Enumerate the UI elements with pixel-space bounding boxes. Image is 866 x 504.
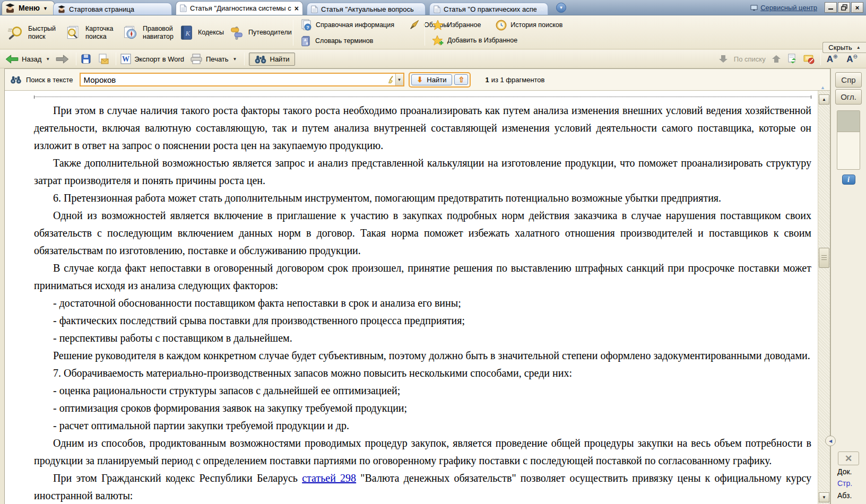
- button-label: Экспорт в Word: [134, 55, 184, 63]
- collapse-panel-button[interactable]: ◀: [825, 436, 836, 446]
- chevron-down-icon: ▼: [43, 6, 48, 11]
- main-toolbar: Быстрый поиск Карточка поиска Правовой н…: [0, 16, 866, 49]
- tab-start-page[interactable]: Стартовая страница: [53, 3, 172, 15]
- collapse-search-icon[interactable]: ▲: [820, 85, 825, 90]
- button-label: Быстрый поиск: [28, 25, 60, 41]
- document-map[interactable]: [837, 110, 860, 170]
- button-label: Назад: [22, 55, 41, 63]
- monitor-icon: [750, 5, 758, 11]
- button-label: Карточка поиска: [85, 25, 117, 41]
- svg-text:я: я: [306, 41, 308, 45]
- tab-article-aspects[interactable]: Статья "О практических аспектах с... ×: [429, 3, 548, 15]
- clear-search-button[interactable]: ▼: [387, 74, 403, 85]
- list-next-button[interactable]: [772, 55, 781, 63]
- service-center-link[interactable]: Сервисный центр: [750, 4, 817, 12]
- tab-label: Статья "Диагностика системы снаб...: [190, 4, 291, 12]
- button-label: Кодексы: [198, 29, 224, 37]
- menu-button[interactable]: Меню ▼: [2, 1, 55, 15]
- tab-label: Стартовая страница: [69, 5, 168, 13]
- search-history-button[interactable]: История поисков: [496, 20, 562, 31]
- help-button[interactable]: Спр: [835, 72, 862, 88]
- button-label: Избранное: [447, 21, 481, 29]
- add-favorite-button[interactable]: Добавить в Избранное: [432, 35, 517, 46]
- article-link[interactable]: статьей 298: [302, 472, 356, 484]
- clear-dropdown-arrow[interactable]: ▼: [395, 74, 403, 85]
- find-prev-button[interactable]: ⇧: [454, 74, 468, 85]
- button-label: Правовой навигатор: [143, 25, 175, 41]
- paragraph: Решение руководителя в каждом конкретном…: [34, 347, 811, 364]
- list-prev-button[interactable]: [718, 55, 728, 63]
- tab-close-icon[interactable]: ×: [540, 5, 544, 13]
- paragraph: При этом в случае наличия такого роста ф…: [34, 102, 811, 154]
- hide-panel-button[interactable]: Скрыть ▲: [822, 42, 866, 53]
- quick-search-button[interactable]: Быстрый поиск: [7, 25, 60, 41]
- button-label: Найти: [270, 55, 290, 63]
- toc-label: Огл.: [841, 92, 856, 101]
- paragraph-mode-label[interactable]: Абз.: [837, 491, 852, 500]
- paragraph: Одним из способов, продиктованным возмож…: [34, 435, 811, 470]
- scroll-up-button[interactable]: ▲: [819, 94, 829, 105]
- titlebar: Меню ▼ Стартовая страница Статья "Диагно…: [0, 0, 866, 15]
- search-input[interactable]: [81, 74, 387, 85]
- by-list-label: По списку: [734, 55, 766, 63]
- legal-navigator-button[interactable]: Правовой навигатор: [122, 25, 175, 41]
- info-button[interactable]: i: [842, 175, 855, 185]
- clock-icon: [496, 20, 507, 31]
- button-label: Словарь терминов: [315, 37, 373, 45]
- close-button[interactable]: ×: [851, 2, 863, 13]
- refresh-doc-button[interactable]: [787, 54, 798, 64]
- print-button[interactable]: Печать ▼: [190, 54, 237, 64]
- scroll-thumb[interactable]: [819, 248, 829, 268]
- help-label: Спр: [841, 75, 855, 84]
- guides-button[interactable]: Путеводители: [229, 25, 292, 41]
- save-button[interactable]: [81, 54, 91, 64]
- magnifier-icon: [7, 25, 24, 41]
- favorites-button[interactable]: Избранное: [432, 20, 481, 31]
- glossary-button[interactable]: Ая Словарь терминов: [300, 35, 373, 47]
- reference-info-button[interactable]: ? Справочная информация: [300, 19, 394, 31]
- floppy-icon: [81, 54, 91, 64]
- codes-button[interactable]: К Кодексы: [179, 25, 224, 41]
- button-label: Добавить в Избранное: [447, 37, 517, 44]
- tab-article-questions[interactable]: Статья "Актуальные вопросы прове... ×: [307, 3, 426, 15]
- tab-close-icon[interactable]: ×: [295, 5, 299, 12]
- toolbar-separator: [293, 20, 293, 46]
- minimize-button[interactable]: [825, 2, 837, 13]
- tab-article-diagnostics[interactable]: Статья "Диагностика системы снаб... ×: [176, 1, 303, 15]
- search-card-button[interactable]: Карточка поиска: [65, 25, 117, 41]
- export-word-button[interactable]: W Экспорт в Word: [120, 54, 184, 64]
- paragraph-text: - перспективы работы с поставщиком в дал…: [53, 332, 292, 344]
- mail-icon: [97, 54, 109, 64]
- find-next-button[interactable]: ⬇ Найти: [411, 74, 453, 85]
- back-dropdown-arrow[interactable]: ▼: [46, 57, 50, 62]
- font-increase-button[interactable]: A⊕: [827, 54, 838, 64]
- back-button[interactable]: Назад ▼: [5, 55, 50, 64]
- find-toggle-button[interactable]: Найти: [249, 53, 295, 66]
- scroll-down-button[interactable]: ▼: [819, 492, 829, 502]
- paragraph-text: - оптимизация сроков формирования заявок…: [53, 402, 407, 414]
- button-label: Путеводители: [248, 29, 292, 37]
- restore-button[interactable]: [838, 2, 850, 13]
- document-toolbar: Назад ▼ W Экспорт в Word Печать ▼ Найти …: [0, 50, 866, 68]
- paragraph-text: Одной из возможностей является включение…: [34, 210, 811, 256]
- close-panel-button[interactable]: ✕: [838, 451, 859, 465]
- print-dropdown-arrow[interactable]: ▼: [233, 57, 237, 62]
- paragraph: 7. Оборачиваемость материально-производс…: [34, 364, 811, 382]
- search-in-text-label: Поиск в тексте: [26, 76, 73, 84]
- hide-comments-button[interactable]: [803, 54, 815, 64]
- up-arrow-orange-icon: ⇧: [458, 76, 465, 83]
- paragraph: - расчет оптимальной партии закупки треб…: [34, 417, 811, 435]
- font-decrease-button[interactable]: A⊖: [846, 54, 858, 64]
- back-arrow-icon: [5, 55, 19, 64]
- document-icon: [180, 4, 187, 12]
- up-arrow-icon: [772, 55, 781, 63]
- page-divider: [34, 97, 811, 99]
- send-mail-button[interactable]: [97, 54, 109, 64]
- tab-close-icon[interactable]: ×: [417, 5, 421, 13]
- tabs-overflow-button[interactable]: ▼: [556, 3, 566, 13]
- toc-button[interactable]: Огл.: [835, 89, 862, 105]
- page-mode-label[interactable]: Стр.: [837, 479, 852, 488]
- doc-mode-label[interactable]: Док.: [837, 467, 852, 476]
- document-map-viewport: [837, 111, 860, 132]
- forward-button[interactable]: [56, 55, 69, 64]
